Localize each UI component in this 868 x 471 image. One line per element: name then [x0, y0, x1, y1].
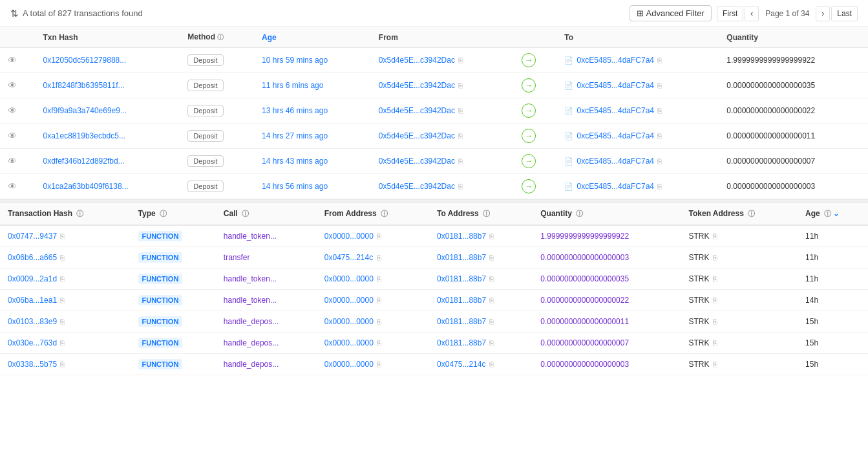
to-copy-icon[interactable]: ⎘	[657, 107, 662, 115]
to-addr-copy-icon[interactable]: ⎘	[489, 360, 494, 368]
to-addr-copy-icon[interactable]: ⎘	[489, 296, 494, 304]
to-address-link[interactable]: 0xcE5485...4daFC7a4	[577, 182, 654, 191]
to-addr-copy-icon[interactable]: ⎘	[489, 254, 494, 261]
txn-hash-link[interactable]: 0xf9f9a9a3a740e69e9...	[43, 106, 126, 115]
token-info-icon[interactable]: ⓘ	[748, 210, 755, 217]
to-address-link[interactable]: 0x0181...88b7	[437, 296, 486, 305]
from-copy-icon[interactable]: ⎘	[458, 157, 463, 165]
to-addr-copy-icon[interactable]: ⎘	[489, 339, 494, 347]
txn-hash-link[interactable]: 0x12050dc561279888...	[43, 56, 126, 65]
txn-hash-link[interactable]: 0x1f8248f3b6395811f...	[43, 81, 124, 90]
from-address-link[interactable]: 0x5d4e5E...c3942Dac	[379, 131, 455, 140]
token-copy-icon[interactable]: ⎘	[713, 232, 717, 240]
last-page-button[interactable]: Last	[831, 6, 858, 21]
tx-hash-link[interactable]: 0x030e...763d	[8, 338, 57, 347]
age-text[interactable]: 11 hrs 6 mins ago	[262, 81, 323, 90]
age-sort-icon[interactable]: ⌄	[833, 210, 839, 217]
from-addr-copy-icon[interactable]: ⎘	[377, 254, 381, 261]
tx-hash-copy-icon[interactable]: ⎘	[60, 360, 65, 368]
tx-hash-copy-icon[interactable]: ⎘	[60, 339, 65, 347]
to-copy-icon[interactable]: ⎘	[657, 82, 662, 89]
from-address-link[interactable]: 0x0000...0000	[324, 360, 374, 369]
qty-info-icon[interactable]: ⓘ	[576, 210, 583, 217]
to-copy-icon[interactable]: ⎘	[657, 132, 662, 140]
from-copy-icon[interactable]: ⎘	[458, 107, 463, 115]
from-address-link[interactable]: 0x0000...0000	[324, 317, 374, 326]
from-address-link[interactable]: 0x5d4e5E...c3942Dac	[379, 81, 455, 90]
call-info-icon[interactable]: ⓘ	[242, 210, 249, 217]
next-page-button[interactable]: ›	[816, 6, 830, 21]
to-address-link[interactable]: 0xcE5485...4daFC7a4	[577, 81, 654, 90]
txn-hash-link[interactable]: 0x1ca2a63bb409f6138...	[43, 182, 128, 191]
age-info-icon[interactable]: ⓘ	[824, 210, 831, 217]
token-copy-icon[interactable]: ⎘	[713, 296, 717, 304]
eye-icon[interactable]: 👁	[8, 105, 17, 116]
to-address-link[interactable]: 0xcE5485...4daFC7a4	[577, 106, 654, 115]
call-link[interactable]: handle_depos...	[224, 360, 279, 369]
eye-icon[interactable]: 👁	[8, 156, 17, 166]
from-addr-copy-icon[interactable]: ⎘	[377, 318, 381, 325]
from-addr-copy-icon[interactable]: ⎘	[377, 360, 381, 368]
from-address-link[interactable]: 0x5d4e5E...c3942Dac	[379, 106, 455, 115]
tx-hash-copy-icon[interactable]: ⎘	[60, 296, 65, 304]
tx-hash-link[interactable]: 0x06b6...a665	[8, 253, 57, 262]
from-address-link[interactable]: 0x0000...0000	[324, 232, 374, 241]
from-address-link[interactable]: 0x0000...0000	[324, 338, 374, 347]
from-copy-icon[interactable]: ⎘	[458, 182, 463, 190]
from-copy-icon[interactable]: ⎘	[458, 132, 463, 140]
to-address-link[interactable]: 0x0475...214c	[437, 360, 485, 369]
tx-hash-link[interactable]: 0x0103...83e9	[8, 317, 57, 326]
from-address-link[interactable]: 0x5d4e5E...c3942Dac	[379, 56, 455, 65]
call-link[interactable]: handle_token...	[224, 232, 277, 241]
tx-hash-link[interactable]: 0x06ba...1ea1	[8, 296, 57, 305]
eye-icon[interactable]: 👁	[8, 80, 17, 91]
eye-icon[interactable]: 👁	[8, 181, 17, 192]
from-address-link[interactable]: 0x0000...0000	[324, 274, 374, 283]
from-address-link[interactable]: 0x0000...0000	[324, 296, 374, 305]
from-addr-info-icon[interactable]: ⓘ	[381, 210, 388, 217]
tx-hash-link[interactable]: 0x0338...5b75	[8, 360, 57, 369]
token-copy-icon[interactable]: ⎘	[713, 339, 717, 347]
call-link[interactable]: handle_token...	[224, 274, 277, 283]
tx-hash-copy-icon[interactable]: ⎘	[60, 232, 65, 240]
to-address-link[interactable]: 0x0181...88b7	[437, 232, 486, 241]
to-address-link[interactable]: 0xcE5485...4daFC7a4	[577, 157, 654, 166]
tx-hash-copy-icon[interactable]: ⎘	[60, 275, 65, 283]
age-text[interactable]: 10 hrs 59 mins ago	[262, 56, 328, 65]
txn-hash-link[interactable]: 0xdfef346b12d892fbd...	[43, 157, 124, 166]
eye-icon[interactable]: 👁	[8, 131, 17, 141]
from-copy-icon[interactable]: ⎘	[458, 56, 463, 64]
prev-page-button[interactable]: ‹	[745, 6, 759, 21]
from-addr-copy-icon[interactable]: ⎘	[377, 275, 381, 283]
tx-hash-info-icon[interactable]: ⓘ	[76, 210, 83, 217]
token-copy-icon[interactable]: ⎘	[713, 360, 717, 368]
from-address-link[interactable]: 0x0475...214c	[324, 253, 373, 262]
tx-hash-copy-icon[interactable]: ⎘	[60, 254, 65, 261]
age-text[interactable]: 13 hrs 46 mins ago	[262, 106, 328, 115]
tx-hash-link[interactable]: 0x0009...2a1d	[8, 274, 57, 283]
from-addr-copy-icon[interactable]: ⎘	[377, 296, 381, 304]
to-addr-copy-icon[interactable]: ⎘	[489, 275, 494, 283]
token-copy-icon[interactable]: ⎘	[713, 318, 717, 325]
token-copy-icon[interactable]: ⎘	[713, 275, 717, 283]
from-addr-copy-icon[interactable]: ⎘	[377, 232, 381, 240]
tx-hash-copy-icon[interactable]: ⎘	[60, 318, 65, 325]
from-addr-copy-icon[interactable]: ⎘	[377, 339, 381, 347]
token-copy-icon[interactable]: ⎘	[713, 254, 717, 261]
from-copy-icon[interactable]: ⎘	[458, 82, 463, 89]
to-address-link[interactable]: 0x0181...88b7	[437, 253, 486, 262]
to-addr-copy-icon[interactable]: ⎘	[489, 232, 494, 240]
to-addr-copy-icon[interactable]: ⎘	[489, 318, 494, 325]
to-copy-icon[interactable]: ⎘	[657, 157, 662, 165]
to-addr-info-icon[interactable]: ⓘ	[483, 210, 490, 217]
to-copy-icon[interactable]: ⎘	[657, 56, 662, 64]
type-info-icon[interactable]: ⓘ	[160, 210, 167, 217]
call-link[interactable]: handle_token...	[224, 296, 277, 305]
tx-hash-link[interactable]: 0x0747...9437	[8, 232, 57, 241]
to-address-link[interactable]: 0xcE5485...4daFC7a4	[577, 56, 654, 65]
call-link[interactable]: transfer	[224, 253, 250, 262]
from-address-link[interactable]: 0x5d4e5E...c3942Dac	[379, 182, 455, 191]
age-text[interactable]: 14 hrs 27 mins ago	[262, 131, 328, 140]
advanced-filter-button[interactable]: ⊞ Advanced Filter	[630, 5, 712, 21]
call-link[interactable]: handle_depos...	[224, 317, 279, 326]
